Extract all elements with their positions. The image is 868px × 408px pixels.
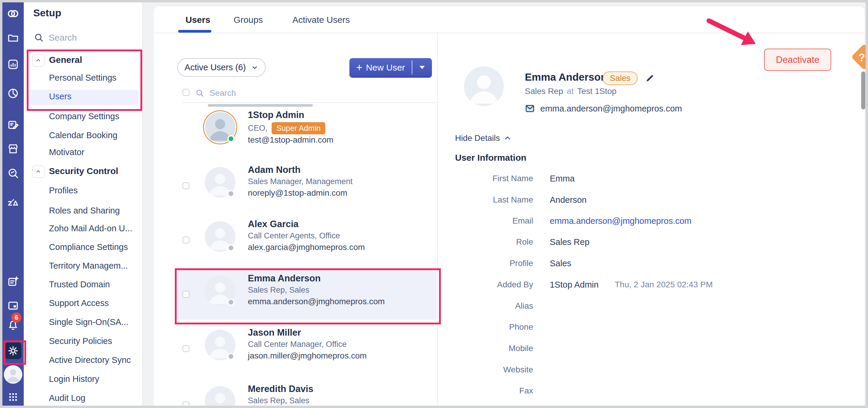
caret-down-icon [420, 66, 425, 69]
field-value: Anderson [550, 195, 587, 205]
user-row-1stop-admin[interactable]: 1Stop Admin CEO, Super Admin test@1stop-… [154, 107, 437, 161]
users-page-card: Users Groups Activate Users Active Users… [154, 6, 864, 406]
app-window: 6 Setup Search General Personal Settings… [2, 2, 866, 406]
tasks-edit-icon[interactable] [7, 119, 19, 131]
row-checkbox[interactable] [183, 402, 189, 406]
sidebar-item-support-access[interactable]: Support Access [49, 297, 109, 309]
row-checkbox[interactable] [183, 345, 189, 352]
zoho-crm-logo-icon[interactable] [6, 7, 20, 20]
sidebar-search-input[interactable]: Search [34, 33, 77, 43]
user-row-alex-garcia[interactable]: Alex Garcia Call Center Agents, Office a… [154, 216, 437, 270]
new-user-label: New User [366, 63, 405, 73]
deactivate-button[interactable]: Deactivate [764, 48, 831, 71]
user-row-meredith-davis[interactable]: Meredith Davis Sales Rep, Sales [154, 381, 437, 406]
field-label: Alias [450, 301, 533, 311]
calendar-icon[interactable] [7, 300, 19, 311]
annotation-box-gear [4, 340, 26, 365]
reports-chart-icon[interactable] [7, 59, 19, 70]
help-question-label: ? [859, 52, 865, 64]
user-role: Call Center Manager, Office [248, 340, 347, 349]
presence-dot-online [227, 135, 235, 142]
user-email: jason.miller@jmghomepros.com [248, 351, 367, 361]
user-filter-dropdown[interactable]: Active Users (6) [177, 58, 266, 77]
field-added-by: Added By 1Stop Admin Thu, 2 Jan 2025 02:… [450, 280, 836, 292]
sidebar-item-profiles[interactable]: Profiles [49, 184, 78, 196]
user-filter-label: Active Users (6) [185, 63, 246, 72]
row-checkbox[interactable] [183, 182, 189, 189]
sidebar-item-trusted-domain[interactable]: Trusted Domain [49, 278, 110, 290]
super-admin-badge: Super Admin [272, 122, 326, 134]
field-first-name: First Name Emma [450, 174, 836, 185]
user-row-jason-miller[interactable]: Jason Miller Call Center Manager, Office… [154, 325, 437, 379]
annotation-box-sidebar [27, 49, 142, 111]
field-added-timestamp: Thu, 2 Jan 2025 02:43 PM [615, 280, 713, 290]
sidebar-item-login-history[interactable]: Login History [49, 373, 99, 385]
analytics-pie-icon[interactable] [7, 88, 19, 99]
field-role: Role Sales Rep [450, 237, 836, 249]
detail-at: at [567, 87, 574, 96]
user-email: alex.garcia@jmghomepros.com [248, 243, 365, 252]
sidebar-item-single-sign-on[interactable]: Single Sign-On(SA... [49, 316, 128, 328]
field-website: Website [450, 365, 836, 377]
folder-icon[interactable] [7, 32, 19, 43]
envelope-icon [525, 103, 535, 113]
user-name: Jason Miller [248, 327, 301, 338]
chevron-down-icon [251, 64, 258, 71]
field-label: Last Name [450, 195, 533, 205]
sidebar-item-roles-and-sharing[interactable]: Roles and Sharing [49, 205, 120, 216]
marketplace-store-icon[interactable] [7, 143, 19, 155]
user-role: Sales Rep, Sales [248, 396, 309, 405]
profile-badge: Sales [602, 71, 638, 85]
presence-dot-offline [227, 244, 235, 251]
tab-groups[interactable]: Groups [234, 15, 263, 25]
hide-details-toggle[interactable]: Hide Details [455, 133, 511, 143]
sidebar-item-audit-log[interactable]: Audit Log [49, 392, 86, 404]
user-role: CEO, [248, 124, 268, 133]
annotation-box-emma-row [175, 268, 441, 325]
search-icon [34, 33, 44, 43]
sidebar-item-motivator[interactable]: Motivator [49, 146, 84, 158]
chevron-up-icon [35, 169, 41, 175]
apps-grid-icon[interactable] [7, 391, 19, 403]
new-user-button[interactable]: + New User [349, 58, 412, 77]
user-avatar[interactable] [4, 365, 22, 384]
row-checkbox[interactable] [183, 237, 189, 243]
sidebar-item-compliance-settings[interactable]: Compliance Settings [49, 241, 128, 253]
tab-activate-users[interactable]: Activate Users [292, 15, 350, 25]
field-value: Sales Rep [550, 237, 590, 247]
user-email: test@1stop-admin.com [248, 135, 333, 145]
presence-dot-offline [227, 190, 235, 197]
sidebar-group-security-control[interactable]: Security Control [49, 165, 118, 177]
field-label: Mobile [450, 344, 533, 353]
sidebar-item-active-directory-sync[interactable]: Active Directory Sync [49, 354, 131, 366]
new-record-icon[interactable] [7, 275, 19, 287]
user-row-adam-north[interactable]: Adam North Sales Manager, Management nor… [154, 162, 437, 216]
setup-sidebar: Setup Search General Personal Settings U… [24, 2, 143, 406]
field-alias: Alias [450, 301, 836, 313]
sidebar-item-calendar-booking[interactable]: Calendar Booking [49, 129, 118, 141]
select-all-checkbox[interactable] [183, 89, 189, 96]
collapse-security-button[interactable] [32, 165, 44, 178]
field-value-email-link[interactable]: emma.anderson@jmghomepros.com [550, 216, 692, 226]
user-information-title: User Information [455, 153, 526, 163]
zia-icon[interactable] [7, 197, 19, 209]
sidebar-item-company-settings[interactable]: Company Settings [49, 110, 119, 122]
user-list-search-placeholder: Search [210, 88, 236, 98]
explore-search-icon[interactable] [7, 167, 19, 179]
detail-email-row: emma.anderson@jmghomepros.com [525, 103, 682, 113]
field-label: Added By [450, 280, 533, 290]
vertical-scrollbar-thumb[interactable] [861, 71, 865, 109]
sidebar-item-territory-management[interactable]: Territory Managem... [49, 260, 128, 272]
user-list-search-input[interactable]: Search [195, 88, 236, 98]
sidebar-title: Setup [33, 7, 61, 19]
user-name: Meredith Davis [248, 384, 313, 394]
tab-users[interactable]: Users [186, 15, 210, 25]
sidebar-item-security-policies[interactable]: Security Policies [49, 335, 112, 347]
field-label: Role [450, 237, 533, 247]
search-divider [183, 102, 437, 103]
horizontal-scrollbar-thumb[interactable] [208, 104, 313, 107]
edit-pencil-icon[interactable] [645, 73, 655, 83]
sidebar-item-zoho-mail-addon[interactable]: Zoho Mail Add-on U... [49, 223, 132, 234]
new-user-dropdown-button[interactable] [412, 58, 432, 77]
field-fax: Fax [450, 386, 836, 398]
